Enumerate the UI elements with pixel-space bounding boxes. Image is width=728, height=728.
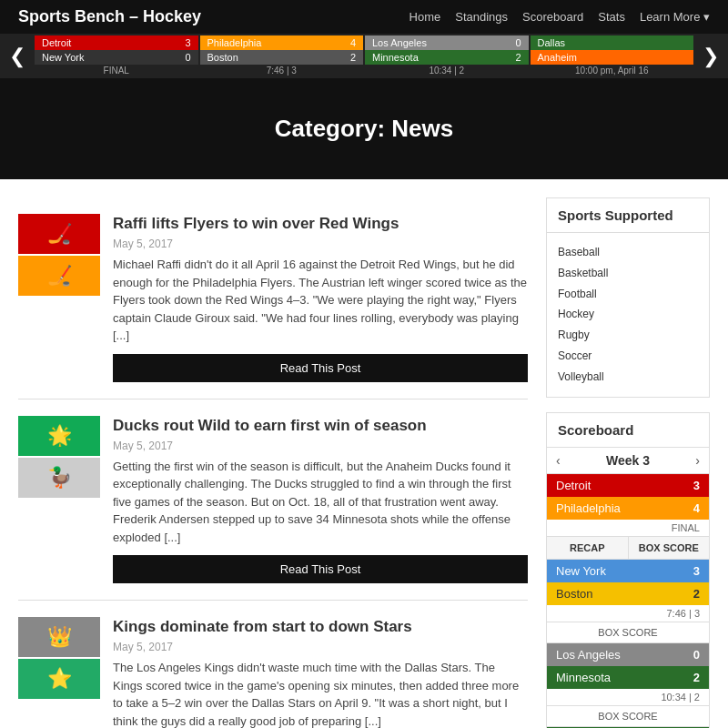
article-date: May 5, 2017 [113, 238, 528, 250]
team1-name: Philadelphia [207, 37, 262, 48]
article-item: 🌟 🦆 Ducks rout Wild to earn first win of… [18, 399, 528, 602]
article-title: Kings dominate from start to down Stars [113, 617, 528, 637]
sidebar: Sports Supported BaseballBasketballFootb… [546, 197, 710, 728]
main-content: 🏒 🏒 Raffi lifts Flyers to win over Red W… [0, 179, 728, 728]
read-more-button[interactable]: Read This Post [113, 354, 528, 382]
week-prev-arrow[interactable]: ‹ [556, 453, 561, 468]
sb-team1-score: 0 [693, 648, 700, 662]
sb-team2-score: 2 [693, 587, 700, 601]
article-title: Raffi lifts Flyers to win over Red Wings [113, 214, 528, 234]
thumb-bottom: 🦆 [18, 458, 100, 498]
sb-team1-row: Detroit 3 [547, 474, 709, 497]
games-row: Detroit 3 New York 0 FINAL Philadelphia … [35, 35, 693, 76]
nav-home[interactable]: Home [410, 10, 441, 24]
score-game-2: Los Angeles 0 Minnesota 2 10:34 | 2 [365, 35, 529, 76]
article-date: May 5, 2017 [113, 641, 528, 653]
team2-name: Anaheim [538, 52, 577, 63]
sb-matchup-status: 7:46 | 3 [547, 605, 709, 622]
sb-team2-name: Minnesota [556, 671, 611, 684]
sb-matchup-status: FINAL [547, 520, 709, 537]
sb-team1-row: New York 3 [547, 560, 709, 582]
sb-team2-score: 4 [693, 501, 700, 515]
team2-score: 0 [185, 52, 190, 63]
team2-score: 2 [515, 52, 521, 63]
sb-matchup-1: New York 3 Boston 2 7:46 | 3 BOX SCORE [547, 560, 709, 643]
week-label: Week 3 [606, 453, 650, 468]
team1-score: 0 [515, 37, 521, 48]
nav-stats[interactable]: Stats [598, 10, 625, 24]
nav-standings[interactable]: Standings [455, 10, 508, 24]
nav-scoreboard[interactable]: Scoreboard [522, 10, 583, 24]
sb-team2-row: Boston 2 [547, 582, 709, 605]
sb-boxscore-btn[interactable]: BOX SCORE [629, 537, 710, 559]
team1-name: Detroit [42, 37, 71, 48]
sports-widget-title: Sports Supported [547, 198, 709, 233]
article-thumb: 👑 ⭐ [18, 617, 100, 728]
article-date: May 5, 2017 [113, 440, 528, 452]
game-status: 7:46 | 3 [200, 65, 364, 76]
game-team2-row: Minnesota 2 [365, 50, 529, 65]
article-thumb: 🌟 🦆 [18, 416, 100, 584]
nav-learnmore[interactable]: Learn More ▾ [640, 10, 710, 24]
scorebar-right-arrow[interactable]: ❯ [693, 45, 728, 68]
thumb-bottom: ⭐ [18, 659, 100, 699]
scorebar-left-arrow[interactable]: ❮ [0, 45, 35, 68]
game-status: 10:00 pm, April 16 [531, 65, 694, 76]
team1-score: 3 [185, 37, 190, 48]
sb-actions: RECAP BOX SCORE [547, 537, 709, 560]
article-title: Ducks rout Wild to earn first win of sea… [113, 416, 528, 436]
game-team1-row: Detroit 3 [35, 35, 198, 50]
sport-item: Baseball [558, 242, 698, 263]
team2-name: Boston [207, 52, 238, 63]
sport-item: Volleyball [558, 367, 698, 388]
site-header: Sports Bench – Hockey Home Standings Sco… [0, 0, 728, 34]
article-excerpt: Michael Raffi didn't do it all April 16 … [113, 256, 528, 345]
game-team2-row: Anaheim [531, 50, 694, 65]
sb-team2-row: Minnesota 2 [547, 666, 709, 689]
sport-item: Football [558, 284, 698, 305]
hero-section: Category: News [0, 78, 728, 179]
sb-matchup-2: Los Angeles 0 Minnesota 2 10:34 | 2 BOX … [547, 643, 709, 727]
game-team1-row: Dallas [531, 35, 694, 50]
thumb-bottom: 🏒 [18, 256, 100, 296]
game-team1-row: Philadelphia 4 [200, 35, 364, 50]
sports-widget-body: BaseballBasketballFootballHockeyRugbySoc… [547, 233, 709, 397]
week-nav: ‹ Week 3 › [547, 448, 709, 474]
game-team2-row: Boston 2 [200, 50, 364, 65]
sb-matchup-status: 10:34 | 2 [547, 689, 709, 706]
thumb-top: 👑 [18, 617, 100, 657]
thumb-top: 🏒 [18, 214, 100, 254]
game-team1-row: Los Angeles 0 [365, 35, 529, 50]
sb-team1-score: 3 [693, 479, 700, 492]
article-body: Kings dominate from start to down Stars … [113, 617, 528, 728]
scoreboard-widget: Scoreboard ‹ Week 3 › Detroit 3 Philadel… [546, 412, 710, 728]
sb-team2-name: Philadelphia [556, 501, 621, 515]
read-more-button[interactable]: Read This Post [113, 555, 528, 583]
game-status: 10:34 | 2 [365, 65, 529, 76]
team2-name: New York [42, 52, 84, 63]
score-game-0: Detroit 3 New York 0 FINAL [35, 35, 198, 76]
sb-team1-name: Detroit [556, 479, 591, 492]
sport-item: Soccer [558, 346, 698, 367]
sb-team1-score: 3 [693, 564, 700, 578]
page-title: Category: News [18, 115, 710, 143]
sb-boxscore-link[interactable]: BOX SCORE [547, 706, 709, 727]
sb-team2-row: Philadelphia 4 [547, 497, 709, 520]
scoreboard-widget-title: Scoreboard [547, 413, 709, 448]
sb-team1-name: Los Angeles [556, 648, 621, 662]
week-next-arrow[interactable]: › [695, 453, 700, 468]
score-game-3: Dallas Anaheim 10:00 pm, April 16 [531, 35, 694, 76]
article-thumb: 🏒 🏒 [18, 214, 100, 382]
game-status: FINAL [35, 65, 198, 76]
sb-boxscore-link[interactable]: BOX SCORE [547, 622, 709, 643]
article-excerpt: The Los Angeles Kings didn't waste much … [113, 659, 528, 728]
score-game-1: Philadelphia 4 Boston 2 7:46 | 3 [200, 35, 364, 76]
article-item: 👑 ⭐ Kings dominate from start to down St… [18, 601, 528, 728]
sb-team1-name: New York [556, 564, 606, 578]
score-bar: ❮ Detroit 3 New York 0 FINAL Philadelphi… [0, 34, 728, 78]
team2-score: 2 [350, 52, 356, 63]
team1-name: Dallas [538, 37, 566, 48]
article-body: Ducks rout Wild to earn first win of sea… [113, 416, 528, 584]
sb-recap-btn[interactable]: RECAP [547, 537, 629, 559]
sb-matchup-0: Detroit 3 Philadelphia 4 FINAL RECAP BOX… [547, 474, 709, 560]
